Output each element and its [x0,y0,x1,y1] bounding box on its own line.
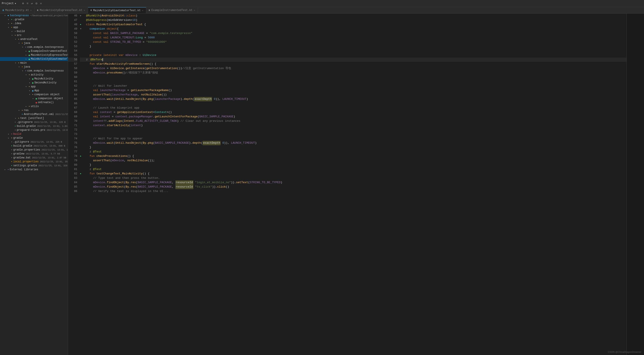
sidebar-item-androidmanifest[interactable]: ▪ AndroidManifest.xml 2022/11/25, 13:0 [0,112,68,116]
sidebar-item-mainactivity[interactable]: ▸ ◉ MainActivity [0,77,68,81]
sidebar-item-root[interactable]: ▾ ● testespresso ~/Desktop/android_proje… [0,13,68,17]
libs-icon: ▪ [8,168,9,171]
code-line-63: val launcherPackage = getLauncherPackage… [80,88,626,93]
java-icon: ▪ [22,42,23,44]
sidebar-item-gradle[interactable]: ▸ ▪ .gradle [0,17,68,21]
sidebar-meta: 2022/11/25, 13:01, 2.67 kB [32,157,66,159]
sidebar-meta: 2022/11/25, 13:01, 1.84 kB [37,125,68,127]
code-line-48: ▸ class MainActivityUiautomatorTest { [80,22,626,27]
sidebar-label: AndroidManifest.xml [24,113,54,116]
sidebar-item-buildgradle-app[interactable]: ▪ build.gradle 2022/11/25, 13:01, 1.84 k… [0,124,68,128]
project-icon: ● [8,14,9,17]
tab-espresso[interactable]: K MainActivityEspressoTest.kt ✕ [34,7,88,13]
code-line-75: mDevice.wait(Until.hasObject(By.pkg(BASI… [80,141,626,145]
folder-icon: ▪ [18,117,20,120]
code-line-78: ▸ fun checkPreconditions() { [80,154,626,158]
list-icon[interactable]: ≡ [26,2,28,5]
sidebar-item-gitignore-root[interactable]: ▪ .gitignore 2022/11/25, 13:01, 225 B [0,140,68,144]
sidebar-item-app-pkg[interactable]: ▾ ▪ app [0,85,68,89]
sidebar-item-java-2[interactable]: ▾ ▪ java [0,65,68,69]
code-line-60 [80,75,626,79]
sidebar-item-gradlew[interactable]: ▪ gradlew 2022/11/25, 13:01, 5.77 kB [0,152,68,156]
sidebar-item-localprops[interactable]: ▪ local.properties 2022/11/25, 13:01, 35… [0,160,68,164]
tab-mainactivity[interactable]: K MainActivity.kt ✕ [0,7,34,13]
project-sidebar[interactable]: ▾ ● testespresso ~/Desktop/android_proje… [0,13,68,355]
sidebar-label: MainActivityUiautomatorTe [31,57,68,60]
code-line-52: const val STRING_TO_BE_TYPED = "66600010… [80,40,626,44]
sidebar-item-test[interactable]: ▸ ▪ test [unitTest] [0,116,68,120]
sidebar-label: app [14,26,18,29]
sidebar-item-java-1[interactable]: ▾ ▪ java [0,41,68,45]
sidebar-item-uiautomator-test[interactable]: ▸ ◉ MainActivityUiautomatorTe [0,57,68,61]
sidebar-item-app-class[interactable]: ▸ ◉ App [0,89,68,93]
tab-close-button[interactable]: ✕ [194,9,195,12]
sidebar-label: java [24,42,30,45]
tab-instrumented[interactable]: K ExampleInstrumentedTest.kt ✕ [146,7,198,13]
code-line-51: const val LAUNCH_TIMEOUT:Long = 5000 [80,35,626,40]
sidebar-item-app[interactable]: ▾ ▪ app [0,25,68,29]
gradle-icon: ▪ [11,18,12,21]
tab-close-button[interactable]: ✕ [84,9,85,12]
sidebar-item-activity-folder[interactable]: ▾ ▪ activity [0,73,68,77]
sidebar-item-settingsgradle[interactable]: ▪ settings.gradle 2022/11/25, 13:01, 329… [0,164,68,168]
sidebar-item-companion-obj[interactable]: ▸ ◉ companion object [0,96,68,100]
tab-uiautomator[interactable]: K MainActivityUiautomatorTest.kt ✕ [88,7,146,13]
sidebar-item-gradle-folder[interactable]: ▸ ▪ gradle [0,136,68,140]
text-icon: ▪ [11,141,12,143]
java-icon: ▪ [22,66,23,68]
sidebar-label: gradle.properties [14,148,40,151]
sidebar-label: local.properties [14,160,39,163]
sidebar-item-espresso-test[interactable]: ▸ ◉ MainActivityEspressoTest [0,53,68,57]
kotlin-icon: ◉ [32,77,34,80]
sidebar-item-utils[interactable]: ▸ ▪ utils [0,104,68,108]
code-line-79: assertThat(mDevice, notNullValue()); [80,158,626,163]
sidebar-item-androidtest[interactable]: ▾ ▪ androidTest [0,37,68,41]
sidebar-label: MainActivity [34,77,53,80]
layout-icon[interactable]: ⊕ [22,1,24,5]
code-line-76: } [80,145,626,150]
tab-close-button[interactable]: ✕ [30,9,32,12]
sidebar-label: gradlew [14,152,24,155]
sidebar-item-src[interactable]: ▾ ▪ src [0,33,68,37]
sidebar-item-buildgradle-root[interactable]: ▪ build.gradle 2022/11/25, 13:01, 690 B [0,144,68,148]
code-line-59: mDevice.pressHome() //模拟按下"主屏幕"按钮 [80,71,626,75]
code-line-85: mDevice.findObject(By.res(BASIC_SAMPLE_P… [80,185,626,189]
code-line-69: val intent = context.packageManager.getL… [80,114,626,119]
sidebar-item-proguard[interactable]: ▪ proguard-rules.pro 2022/11/25, 13:01, … [0,128,68,132]
code-line-81: z @Test [80,167,626,172]
folder-icon: ▪ [22,109,23,112]
sync-icon[interactable]: ⇌ [31,1,33,5]
sidebar-label: companion object [34,93,60,96]
sidebar-item-pkg-2[interactable]: ▾ ▪ com.exmple.testespresso [0,69,68,73]
sidebar-item-pkg-1[interactable]: ▾ ▪ com.exmple.testespresso [0,45,68,49]
sidebar-item-build-inner[interactable]: ▸ ▪ build [0,29,68,33]
settings-icon[interactable]: ⚙ [36,1,37,5]
sidebar-label: MainActivityEspressoTest [31,53,68,57]
folder-icon: ▪ [32,93,34,96]
sidebar-item-external-libs[interactable]: ▸ ▪ External Libraries [0,168,68,172]
code-content[interactable]: ▸ @RunWith(AndroidJUnit4::class) @SdkSup… [79,13,626,355]
code-line-67: // Launch the blueprint app [80,106,626,110]
sidebar-item-gradlewbat[interactable]: ▪ gradlew.bat 2022/11/25, 13:01, 2.67 kB [0,156,68,160]
sidebar-item-main[interactable]: ▾ ▪ main [0,61,68,65]
project-dropdown[interactable]: Project ▾ [2,2,16,5]
properties-icon: ▪ [11,149,12,151]
sidebar-item-idea[interactable]: ▸ ▪ .idea [0,21,68,25]
sidebar-label: build.gradle [14,144,32,147]
sidebar-meta: 2022/11/25, 13:01, 329 B [38,165,68,167]
sidebar-item-gradleprops[interactable]: ▪ gradle.properties 2022/11/25, 13:01, 1… [0,148,68,152]
close-icon[interactable]: ✕ [40,1,42,5]
sidebar-item-secondactivity[interactable]: ▸ ◉ SecondActivity [0,81,68,85]
sidebar-label: companion object [38,97,63,100]
sidebar-label: build [14,132,21,136]
sidebar-item-oncreate[interactable]: ◉ onCreate() [0,100,68,104]
sidebar-item-example-instrumented[interactable]: ▸ ◉ ExampleInstrumentedTest [0,49,68,53]
gradle-icon: ▪ [11,145,12,147]
sidebar-item-companion[interactable]: ▾ ▪ companion object [0,93,68,96]
tab-close-button[interactable]: ✕ [142,9,143,12]
method-icon: ◉ [36,101,37,104]
sidebar-item-res[interactable]: ▸ ▪ res [0,108,68,112]
sidebar-item-build-root[interactable]: ▸ ▪ build [0,132,68,136]
folder-icon: ▪ [28,105,30,108]
sidebar-item-gitignore-app[interactable]: ▪ .gitignore 2022/11/25, 13:01, 225 B [0,120,68,124]
